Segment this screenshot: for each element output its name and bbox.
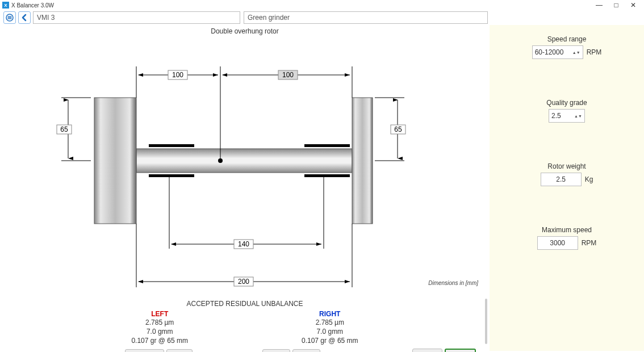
diagram-title: Double overhung rotor (0, 27, 490, 35)
back-icon[interactable] (18, 11, 31, 24)
residual-right-v3: 0.107 gr @ 65 mm (302, 336, 358, 345)
residual-section: ACCEPTED RESIDUAL UNBALANCE LEFT 2.785 µ… (0, 297, 490, 351)
previous-button[interactable]: Previous (125, 349, 164, 352)
spinner-icon[interactable]: ▲▼ (574, 114, 582, 118)
spinner-icon[interactable]: ▲▼ (572, 51, 580, 55)
dim-mid: 140 (238, 240, 249, 248)
scrollbar[interactable] (485, 299, 487, 344)
save-button[interactable]: Save (262, 349, 290, 352)
svg-rect-9 (304, 144, 350, 147)
diagram-area: Double overhung rotor (0, 25, 490, 351)
svg-rect-8 (149, 174, 194, 177)
residual-right-v1: 2.785 µm (302, 318, 358, 327)
residual-left-v2: 7.0 gmm (131, 327, 188, 336)
speed-range-input[interactable]: 60-12000 ▲▼ (532, 45, 583, 59)
rotor-diagram: 100 100 65 65 (0, 41, 490, 291)
load-button[interactable]: Load (292, 349, 320, 352)
quality-grade-block: Quality grade 2.5 ▲▼ (503, 99, 630, 123)
quality-grade-input[interactable]: 2.5 ▲▼ (549, 109, 585, 123)
residual-right-head: RIGHT (302, 310, 358, 318)
dim-top-left: 100 (172, 71, 183, 79)
next-button[interactable]: Next (166, 349, 193, 352)
speed-range-block: Speed range 60-12000 ▲▼ RPM (503, 35, 630, 59)
window-title: X Balancer 3.0W (11, 2, 54, 9)
dim-side-left: 65 (60, 125, 68, 133)
minimize-button[interactable]: — (591, 1, 608, 9)
dim-top-right: 100 (282, 71, 294, 79)
close-window-button[interactable]: ✕ (625, 1, 642, 9)
rotor-weight-block: Rotor weight 2.5 Kg (503, 162, 630, 186)
menu-icon[interactable] (3, 11, 16, 24)
residual-right-v2: 7.0 gmm (302, 327, 358, 336)
max-speed-block: Maximum speed 3000 RPM (503, 226, 630, 250)
residual-right-col: RIGHT 2.785 µm 7.0 gmm 0.107 gr @ 65 mm (302, 310, 358, 345)
residual-left-v1: 2.785 µm (131, 318, 188, 327)
svg-rect-5 (94, 98, 136, 224)
dim-side-right: 65 (394, 125, 402, 133)
window-titlebar: X X Balancer 3.0W — □ ✕ (0, 0, 644, 10)
machine-name-input[interactable] (244, 11, 488, 24)
maximize-button[interactable]: □ (608, 1, 625, 9)
residual-left-v3: 0.107 gr @ 65 mm (131, 336, 188, 345)
reset-button[interactable]: Reset (412, 349, 442, 352)
svg-rect-4 (136, 149, 352, 173)
parameters-panel: Speed range 60-12000 ▲▼ RPM Quality grad… (490, 25, 644, 351)
residual-title: ACCEPTED RESIDUAL UNBALANCE (11, 300, 478, 308)
dim-bottom: 200 (238, 278, 249, 286)
residual-left-head: LEFT (131, 310, 188, 318)
rotor-weight-input[interactable]: 2.5 (541, 173, 582, 186)
close-button[interactable]: Close (445, 349, 476, 352)
svg-rect-6 (352, 98, 373, 224)
max-speed-label: Maximum speed (503, 226, 630, 234)
residual-left-col: LEFT 2.785 µm 7.0 gmm 0.107 gr @ 65 mm (131, 310, 188, 345)
max-speed-unit: RPM (582, 239, 597, 247)
svg-rect-10 (304, 174, 350, 177)
max-speed-input[interactable]: 3000 (537, 236, 578, 250)
rotor-weight-label: Rotor weight (503, 162, 630, 170)
project-name-input[interactable] (33, 11, 240, 24)
rotor-weight-unit: Kg (585, 175, 593, 183)
dimensions-note: Dimensions in [mm] (428, 280, 478, 286)
svg-rect-7 (149, 144, 194, 147)
app-icon: X (2, 2, 9, 9)
speed-range-label: Speed range (503, 35, 630, 43)
quality-grade-label: Quality grade (503, 99, 630, 107)
top-toolbar (0, 10, 644, 25)
speed-range-unit: RPM (587, 48, 602, 56)
